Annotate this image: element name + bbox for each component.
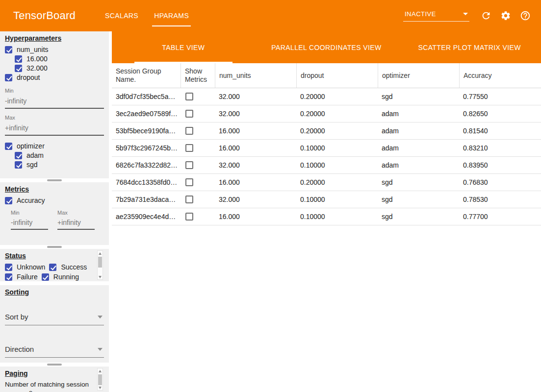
num-units-value-16[interactable]: 16.000 — [15, 54, 104, 63]
optimizer-value-adam[interactable]: adam — [15, 151, 104, 160]
accuracy-label: Accuracy — [17, 196, 45, 204]
topbar: TensorBoard SCALARS HPARAMS INACTIVE — [0, 0, 541, 31]
accuracy-checkbox[interactable] — [5, 197, 12, 204]
accuracy-value: 0.77550 — [459, 88, 541, 105]
optimizer-checkbox[interactable] — [5, 143, 12, 150]
session-group-name: 7b29a731e3daca… — [112, 191, 180, 208]
session-group-name: 6826c7fa3322d82… — [112, 157, 180, 174]
metric-accuracy[interactable]: Accuracy — [5, 196, 104, 205]
status-option-unknown[interactable]: Unknown — [5, 263, 45, 271]
scroll-up-icon[interactable] — [98, 368, 103, 373]
hparam-dropout[interactable]: dropout — [5, 73, 104, 82]
unknown-label: Unknown — [17, 263, 45, 271]
drag-handle-icon[interactable] — [47, 246, 62, 248]
value-32-label: 32.000 — [26, 64, 48, 72]
tab-parallel-coordinates-view[interactable]: PARALLEL COORDINATES VIEW — [255, 31, 398, 63]
metrics-min-label: Min — [11, 210, 48, 216]
column-header-optimizer[interactable]: optimizer — [378, 63, 459, 88]
status-options: Unknown Success Failure Running — [5, 263, 94, 281]
value-16-checkbox[interactable] — [15, 55, 22, 63]
num-units-value-32[interactable]: 32.000 — [15, 64, 104, 73]
accuracy-value: 0.76830 — [459, 174, 541, 191]
tab-hparams[interactable]: HPARAMS — [146, 0, 197, 31]
show-metrics-checkbox[interactable] — [185, 213, 193, 220]
metrics-min-input[interactable] — [11, 216, 48, 230]
tab-scatter-plot-matrix-view[interactable]: SCATTER PLOT MATRIX VIEW — [398, 31, 541, 63]
sgd-checkbox[interactable] — [15, 161, 22, 169]
status-option-success[interactable]: Success — [49, 263, 87, 271]
view-tabs: TABLE VIEW PARALLEL COORDINATES VIEW SCA… — [112, 31, 541, 63]
tab-scalars[interactable]: SCALARS — [97, 0, 146, 31]
panel-resize-handle[interactable] — [0, 178, 109, 182]
optimizer-value: adam — [378, 140, 459, 157]
session-groups-table: Session Group Name. Show Metrics num_uni… — [112, 63, 541, 392]
column-header-accuracy[interactable]: Accuracy — [459, 63, 541, 88]
refresh-icon[interactable] — [476, 6, 496, 25]
app-title: TensorBoard — [13, 9, 76, 22]
accuracy-value: 0.83210 — [459, 140, 541, 157]
accuracy-value: 0.77700 — [459, 208, 541, 225]
num-units-value: 16.000 — [215, 122, 296, 140]
hparam-optimizer[interactable]: optimizer — [5, 142, 104, 150]
num-units-value: 32.000 — [215, 88, 296, 105]
scroll-down-icon[interactable] — [98, 385, 103, 390]
paging-scrollbar[interactable] — [97, 368, 103, 391]
accuracy-value: 0.82650 — [459, 105, 541, 122]
column-header-num-units[interactable]: num_units — [215, 63, 296, 88]
failure-checkbox[interactable] — [5, 273, 12, 281]
panel-resize-handle[interactable] — [0, 363, 109, 367]
status-heading: Status — [5, 252, 104, 260]
dropout-value: 0.10000 — [296, 208, 378, 225]
matching-groups-count: Number of matching session groups: 8 — [5, 380, 94, 392]
show-metrics-checkbox[interactable] — [185, 196, 193, 203]
table-row: 6826c7fa3322d82… 32.000 0.10000 adam 0.8… — [112, 157, 541, 174]
sgd-label: sgd — [26, 161, 38, 169]
metrics-max-input[interactable] — [57, 216, 95, 230]
reload-mode-select[interactable]: INACTIVE — [403, 10, 469, 22]
panel-resize-handle[interactable] — [0, 245, 109, 249]
scrollbar-thumb[interactable] — [98, 374, 102, 385]
metrics-heading: Metrics — [5, 185, 104, 193]
dropout-min-input[interactable] — [5, 94, 104, 109]
num-units-checkbox[interactable] — [5, 46, 12, 53]
column-header-dropout[interactable]: dropout — [296, 63, 378, 88]
status-scrollbar[interactable] — [97, 250, 103, 280]
column-header-session-group-name[interactable]: Session Group Name. — [112, 63, 180, 88]
dropout-max-input[interactable] — [5, 121, 104, 136]
show-metrics-checkbox[interactable] — [185, 110, 193, 118]
success-checkbox[interactable] — [49, 264, 56, 271]
optimizer-value-sgd[interactable]: sgd — [15, 160, 104, 169]
adam-checkbox[interactable] — [15, 152, 22, 159]
table-row: 7684dcc13358fd0… 16.000 0.20000 sgd 0.76… — [112, 174, 541, 191]
dropout-value: 0.20000 — [296, 122, 378, 140]
drag-handle-icon[interactable] — [47, 364, 62, 366]
scroll-up-icon[interactable] — [98, 251, 103, 256]
running-checkbox[interactable] — [42, 273, 49, 281]
dropout-checkbox[interactable] — [5, 74, 12, 81]
dropout-value: 0.20000 — [296, 105, 378, 122]
sort-by-select[interactable]: Sort by — [5, 311, 104, 325]
scroll-down-icon[interactable] — [98, 274, 103, 279]
show-metrics-checkbox[interactable] — [185, 161, 193, 169]
show-metrics-cell — [180, 122, 215, 140]
show-metrics-checkbox[interactable] — [185, 93, 193, 100]
gear-icon[interactable] — [496, 6, 515, 25]
column-header-show-metrics[interactable]: Show Metrics — [180, 63, 215, 88]
hparam-num-units[interactable]: num_units — [5, 45, 104, 54]
show-metrics-checkbox[interactable] — [185, 127, 193, 135]
status-option-failure[interactable]: Failure — [5, 272, 38, 281]
show-metrics-checkbox[interactable] — [185, 178, 193, 186]
scrollbar-thumb[interactable] — [98, 257, 102, 268]
direction-select[interactable]: Direction — [5, 343, 104, 358]
show-metrics-checkbox[interactable] — [185, 144, 193, 152]
unknown-checkbox[interactable] — [5, 264, 12, 271]
tab-table-view[interactable]: TABLE VIEW — [112, 31, 255, 63]
drag-handle-icon[interactable] — [47, 179, 62, 181]
num-units-label: num_units — [17, 46, 49, 53]
help-icon[interactable] — [515, 6, 535, 25]
table-row: 5b97f3c2967245b… 16.000 0.10000 adam 0.8… — [112, 140, 541, 157]
status-option-running[interactable]: Running — [42, 272, 79, 281]
dropout-value: 0.20000 — [296, 174, 378, 191]
value-32-checkbox[interactable] — [15, 65, 22, 72]
dropout-value: 0.20000 — [296, 88, 378, 105]
